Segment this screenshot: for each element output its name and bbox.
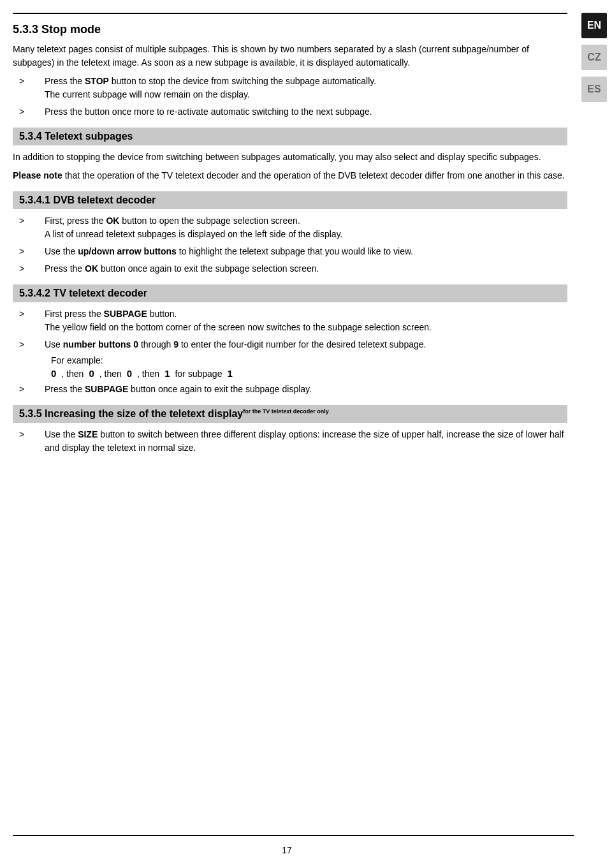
bullet-content-size1: Use the SIZE button to switch between th… <box>45 428 567 455</box>
bullet-marker-dvb1: > <box>13 214 45 241</box>
top-rule <box>13 13 567 14</box>
section-535-header: 5.3.5 Increasing the size of the teletex… <box>13 405 567 423</box>
bullet-dvb-1: > First, press the OK button to open the… <box>13 214 567 241</box>
bullet-marker-tv1: > <box>13 307 45 334</box>
lang-badge-es: ES <box>581 77 607 102</box>
ex-val-0b: 0 <box>89 368 94 379</box>
bold-updown: up/down arrow buttons <box>78 246 177 256</box>
bullet-dvb-2: > Use the up/down arrow buttons to highl… <box>13 245 567 258</box>
example-sequence: 0 , then 0 , then 0 , then 1 for subpage… <box>51 368 567 379</box>
bullet-marker-dvb2: > <box>13 245 45 258</box>
section-534-intro: In addition to stopping the device from … <box>13 151 567 164</box>
ex-sep-3: , then <box>137 369 159 379</box>
bullet-marker-dvb3: > <box>13 262 45 276</box>
bold-size: SIZE <box>78 429 98 439</box>
ex-val-1b: 1 <box>227 368 232 379</box>
note-bold: Please note <box>13 170 62 180</box>
bullet-content-tv1: First press the SUBPAGE button. The yell… <box>45 307 567 334</box>
section-533-title: 5.3.3 Stop mode <box>13 23 567 36</box>
bullet-content-dvb2: Use the up/down arrow buttons to highlig… <box>45 245 567 258</box>
ex-val-0c: 0 <box>127 368 132 379</box>
bold-ok-1: OK <box>106 216 119 226</box>
bottom-rule <box>13 835 574 836</box>
bullet-stop-1: > Press the STOP button to stop the devi… <box>13 75 567 101</box>
section-5342-header: 5.3.4.2 TV teletext decoder <box>13 284 567 302</box>
main-content: 5.3.3 Stop mode Many teletext pages cons… <box>13 13 574 455</box>
section-535-superscript: for the TV teletext decoder only <box>243 408 329 415</box>
bullet-marker-size1: > <box>13 428 45 455</box>
bullet-size-1: > Use the SIZE button to switch between … <box>13 428 567 455</box>
language-badges: EN CZ ES <box>581 13 612 106</box>
ex-sep-4: for subpage <box>175 369 222 379</box>
bullet-tv-2: > Use number buttons 0 through 9 to ente… <box>13 338 567 351</box>
page-number: 17 <box>0 845 574 855</box>
bold-subpage-2: SUBPAGE <box>85 384 128 394</box>
example-label: For example: <box>51 355 567 365</box>
section-535-title-text: 5.3.5 Increasing the size of the teletex… <box>19 408 243 419</box>
bullet-dvb-3: > Press the OK button once again to exit… <box>13 262 567 276</box>
bold-number-buttons: number buttons 0 <box>63 339 138 349</box>
bold-stop: STOP <box>85 76 109 86</box>
bullet-content-tv3: Press the SUBPAGE button once again to e… <box>45 383 567 396</box>
bullet-content-dvb1: First, press the OK button to open the s… <box>45 214 567 241</box>
ex-sep-1: , then <box>61 369 84 379</box>
bullet-content: Press the STOP button to stop the device… <box>45 75 567 101</box>
bold-subpage-1: SUBPAGE <box>104 309 147 319</box>
ex-sep-2: , then <box>99 369 122 379</box>
lang-badge-cz: CZ <box>581 45 607 70</box>
page: EN CZ ES 5.3.3 Stop mode Many teletext p… <box>0 0 612 868</box>
section-534-header: 5.3.4 Teletext subpages <box>13 128 567 145</box>
example-block: For example: 0 , then 0 , then 0 , then … <box>51 355 567 379</box>
bullet-stop-2: > Press the button once more to re-activ… <box>13 105 567 119</box>
section-534-note: Please note that the operation of the TV… <box>13 169 567 182</box>
bullet-content-dvb3: Press the OK button once again to exit t… <box>45 262 567 276</box>
bullet-marker: > <box>13 75 45 101</box>
section-533-intro: Many teletext pages consist of multiple … <box>13 43 567 70</box>
ex-val-0a: 0 <box>51 368 56 379</box>
bullet-tv-3: > Press the SUBPAGE button once again to… <box>13 383 567 396</box>
bullet-marker-2: > <box>13 105 45 119</box>
ex-val-1a: 1 <box>164 368 170 379</box>
lang-badge-en: EN <box>581 13 607 38</box>
section-5341-header: 5.3.4.1 DVB teletext decoder <box>13 191 567 209</box>
bullet-content-tv2: Use number buttons 0 through 9 to enter … <box>45 338 567 351</box>
bullet-content-2: Press the button once more to re-activat… <box>45 105 567 119</box>
bold-nine: 9 <box>173 339 178 349</box>
bold-ok-2: OK <box>85 263 98 274</box>
bullet-marker-tv2: > <box>13 338 45 351</box>
bullet-tv-1: > First press the SUBPAGE button. The ye… <box>13 307 567 334</box>
bullet-marker-tv3: > <box>13 383 45 396</box>
